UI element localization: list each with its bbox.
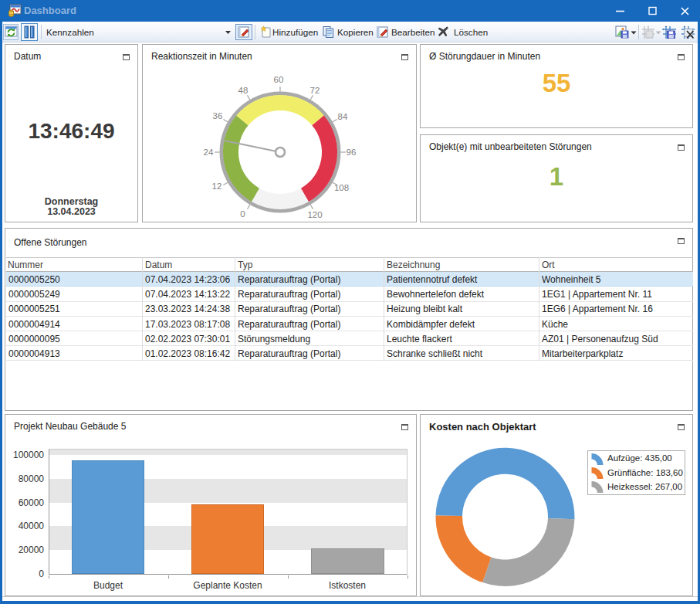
svg-text:72: 72 [310,86,320,95]
svg-text:96: 96 [347,148,357,157]
svg-text:108: 108 [334,183,349,192]
svg-text:48: 48 [238,86,249,95]
svg-text:60: 60 [274,75,284,84]
svg-text:120: 120 [307,210,322,219]
svg-text:24: 24 [204,148,214,157]
svg-text:0: 0 [240,209,245,219]
svg-text:12: 12 [212,182,222,191]
svg-text:36: 36 [213,111,223,120]
svg-text:84: 84 [338,112,348,121]
